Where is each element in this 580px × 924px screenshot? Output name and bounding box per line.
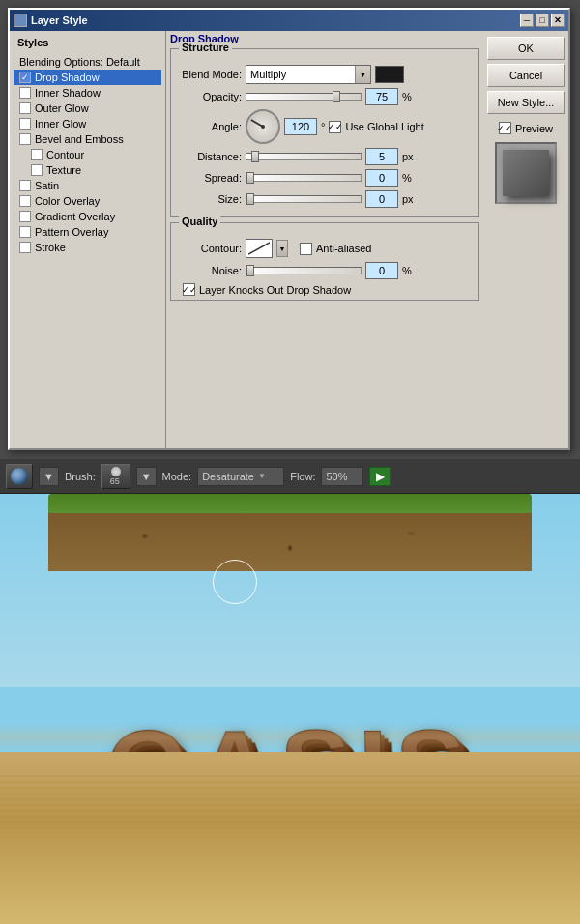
sidebar-item-bevel[interactable]: Bevel and Emboss (14, 131, 161, 147)
cancel-button[interactable]: Cancel (487, 64, 565, 87)
brush-size-value: 65 (110, 476, 120, 486)
bevel-checkbox[interactable] (19, 133, 31, 145)
maximize-button[interactable]: □ (536, 14, 549, 27)
sidebar-item-contour[interactable]: Contour (14, 147, 161, 162)
bevel-label: Bevel and Emboss (35, 133, 124, 145)
sidebar-item-texture[interactable]: Texture (14, 162, 161, 178)
drop-shadow-checkbox[interactable]: ✓ (19, 72, 31, 83)
button-panel: OK Cancel New Style... ✓ Preview (483, 31, 568, 448)
dirt-texture (48, 513, 532, 571)
spread-slider-wrapper (246, 174, 362, 182)
distance-label: Distance: (179, 151, 242, 162)
close-button[interactable]: ✕ (551, 14, 565, 27)
anti-aliased-checkbox[interactable] (300, 243, 312, 255)
noise-input[interactable]: 0 (365, 262, 398, 279)
preview-text: Preview (515, 123, 553, 134)
angle-input[interactable]: 120 (284, 118, 317, 135)
dialog-icon (14, 14, 27, 27)
tool-dropdown[interactable]: ▼ (39, 467, 59, 486)
sidebar-item-pattern-overlay[interactable]: Pattern Overlay (14, 224, 161, 240)
spread-slider-thumb[interactable] (246, 172, 254, 184)
sidebar-item-blending[interactable]: Blending Options: Default (14, 54, 161, 70)
blend-mode-select[interactable]: Multiply ▼ (246, 65, 371, 84)
contour-row: Contour: ▼ Anti-aliased (179, 239, 471, 258)
satin-checkbox[interactable] (19, 180, 31, 191)
brush-dropdown[interactable]: ▼ (136, 467, 157, 486)
distance-slider-track[interactable] (246, 153, 362, 160)
inner-shadow-checkbox[interactable] (19, 87, 31, 99)
opacity-unit: % (402, 91, 412, 102)
quality-label: Quality (179, 216, 220, 227)
sidebar-item-drop-shadow[interactable]: ✓ Drop Shadow (14, 70, 161, 85)
global-light-checkbox[interactable]: ✓ (329, 121, 341, 133)
blend-mode-value: Multiply (246, 66, 355, 83)
sidebar-item-outer-glow[interactable]: Outer Glow (14, 101, 161, 116)
inner-shadow-label: Inner Shadow (35, 87, 101, 99)
sidebar-item-gradient-overlay[interactable]: Gradient Overlay (14, 209, 161, 224)
opacity-input[interactable]: 75 (365, 88, 398, 105)
minimize-button[interactable]: ─ (520, 14, 534, 27)
opacity-slider-track[interactable] (246, 93, 362, 101)
size-input[interactable]: 0 (365, 190, 398, 208)
quality-section: Quality Contour: ▼ Anti-alias (170, 222, 479, 301)
gradient-overlay-checkbox[interactable] (19, 211, 31, 222)
texture-label: Texture (46, 164, 81, 176)
distance-slider-thumb[interactable] (251, 151, 259, 162)
spread-label: Spread: (179, 172, 242, 184)
layer-knocks-text: Layer Knocks Out Drop Shadow (199, 284, 351, 296)
tool-button[interactable] (6, 464, 33, 489)
sidebar-item-satin[interactable]: Satin (14, 178, 161, 193)
distance-row: Distance: 5 px (179, 148, 471, 165)
flow-dropdown[interactable]: 50% (321, 467, 363, 486)
texture-checkbox[interactable] (31, 164, 43, 176)
spread-input[interactable]: 0 (365, 169, 398, 187)
blend-mode-row: Blend Mode: Multiply ▼ (179, 65, 471, 84)
size-slider-wrapper (246, 195, 362, 203)
sidebar-item-color-overlay[interactable]: Color Overlay (14, 193, 161, 209)
layer-knocks-label[interactable]: ✓ Layer Knocks Out Drop Shadow (183, 283, 351, 296)
anti-aliased-label[interactable]: Anti-aliased (300, 243, 371, 255)
contour-label: Contour (46, 149, 84, 160)
angle-dial[interactable] (246, 109, 280, 144)
sidebar-item-inner-glow[interactable]: Inner Glow (14, 116, 161, 131)
grass-top (48, 494, 532, 513)
horizon-haze (0, 723, 580, 752)
layer-knocks-checkbox[interactable]: ✓ (183, 283, 195, 296)
outer-glow-checkbox[interactable] (19, 102, 31, 114)
size-slider-track[interactable] (246, 195, 362, 203)
drop-shadow-label: Drop Shadow (35, 72, 100, 83)
new-style-button[interactable]: New Style... (487, 91, 565, 114)
brush-size-button[interactable]: 65 (102, 464, 130, 489)
color-overlay-checkbox[interactable] (19, 195, 31, 207)
distance-slider-wrapper (246, 153, 362, 160)
size-slider-thumb[interactable] (246, 193, 254, 205)
blend-mode-arrow[interactable]: ▼ (355, 66, 370, 83)
ok-button[interactable]: OK (487, 37, 565, 60)
shadow-color-swatch[interactable] (375, 66, 404, 83)
title-buttons: ─ □ ✕ (520, 14, 565, 27)
stroke-checkbox[interactable] (19, 242, 31, 253)
pattern-overlay-checkbox[interactable] (19, 226, 31, 238)
contour-arrow[interactable]: ▼ (276, 240, 288, 257)
title-bar: Layer Style ─ □ ✕ (10, 10, 568, 31)
noise-slider-track[interactable] (246, 267, 362, 274)
spread-slider-track[interactable] (246, 174, 362, 182)
mode-dropdown[interactable]: Desaturate ▼ (197, 467, 284, 486)
angle-label: Angle: (179, 121, 242, 132)
contour-checkbox[interactable] (31, 149, 43, 160)
sidebar-item-stroke[interactable]: Stroke (14, 240, 161, 255)
opacity-slider-thumb[interactable] (333, 91, 340, 102)
layer-style-dialog: Layer Style ─ □ ✕ Styles Blending Option… (8, 8, 570, 450)
pattern-overlay-label: Pattern Overlay (35, 226, 108, 238)
main-content-area: Drop Shadow Structure Blend Mode: Multip… (166, 31, 483, 448)
sidebar-item-inner-shadow[interactable]: Inner Shadow (14, 85, 161, 101)
global-light-label[interactable]: ✓ Use Global Light (329, 121, 423, 133)
preview-checkbox[interactable]: ✓ (499, 122, 511, 134)
contour-thumbnail[interactable] (246, 239, 273, 258)
inner-glow-checkbox[interactable] (19, 118, 31, 130)
flow-value: 50% (326, 471, 347, 482)
noise-slider-thumb[interactable] (246, 265, 254, 276)
preview-label[interactable]: ✓ Preview (487, 122, 565, 134)
distance-input[interactable]: 5 (365, 148, 398, 165)
flow-increment-button[interactable]: ▶ (369, 467, 391, 486)
